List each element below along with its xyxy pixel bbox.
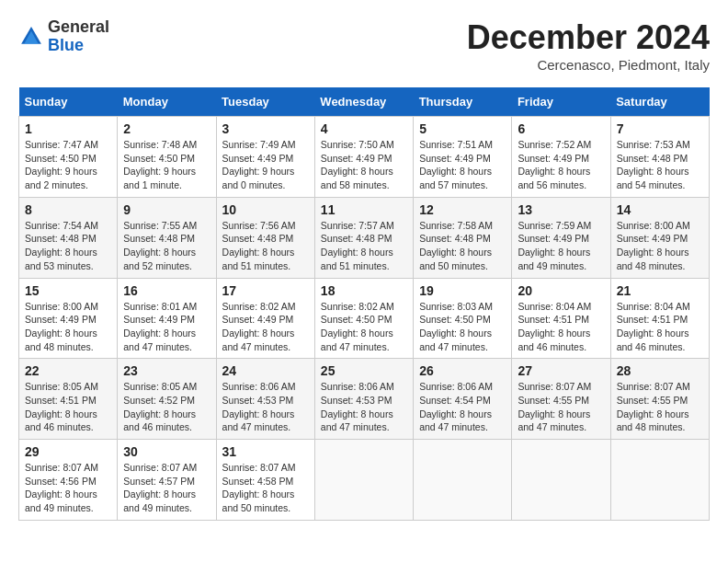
day-number: 23 bbox=[123, 363, 210, 378]
calendar-cell bbox=[512, 440, 610, 521]
calendar-cell: 4Sunrise: 7:50 AM Sunset: 4:49 PM Daylig… bbox=[314, 117, 413, 198]
day-info: Sunrise: 7:56 AM Sunset: 4:48 PM Dayligh… bbox=[222, 219, 309, 273]
day-header-saturday: Saturday bbox=[610, 87, 709, 117]
calendar-cell: 6Sunrise: 7:52 AM Sunset: 4:49 PM Daylig… bbox=[512, 117, 610, 198]
day-number: 31 bbox=[222, 444, 309, 459]
day-info: Sunrise: 8:07 AM Sunset: 4:56 PM Dayligh… bbox=[25, 461, 111, 515]
calendar-cell: 23Sunrise: 8:05 AM Sunset: 4:52 PM Dayli… bbox=[118, 359, 216, 440]
day-number: 1 bbox=[25, 121, 111, 136]
day-info: Sunrise: 8:04 AM Sunset: 4:51 PM Dayligh… bbox=[518, 300, 604, 354]
day-info: Sunrise: 8:04 AM Sunset: 4:51 PM Dayligh… bbox=[617, 300, 703, 354]
calendar-table: SundayMondayTuesdayWednesdayThursdayFrid… bbox=[18, 87, 710, 521]
day-info: Sunrise: 7:59 AM Sunset: 4:49 PM Dayligh… bbox=[518, 219, 604, 273]
day-number: 6 bbox=[518, 121, 604, 136]
day-number: 29 bbox=[25, 444, 111, 459]
calendar-cell: 17Sunrise: 8:02 AM Sunset: 4:49 PM Dayli… bbox=[216, 278, 314, 359]
calendar-cell: 29Sunrise: 8:07 AM Sunset: 4:56 PM Dayli… bbox=[19, 440, 118, 521]
day-info: Sunrise: 7:55 AM Sunset: 4:48 PM Dayligh… bbox=[123, 219, 210, 273]
day-info: Sunrise: 8:05 AM Sunset: 4:51 PM Dayligh… bbox=[25, 380, 111, 434]
location: Cercenasco, Piedmont, Italy bbox=[467, 57, 710, 73]
day-number: 8 bbox=[25, 202, 111, 217]
day-info: Sunrise: 8:07 AM Sunset: 4:55 PM Dayligh… bbox=[518, 380, 604, 434]
day-number: 14 bbox=[617, 202, 703, 217]
day-number: 20 bbox=[518, 283, 604, 298]
day-info: Sunrise: 7:48 AM Sunset: 4:50 PM Dayligh… bbox=[123, 138, 210, 192]
calendar-cell: 5Sunrise: 7:51 AM Sunset: 4:49 PM Daylig… bbox=[414, 117, 512, 198]
day-number: 12 bbox=[419, 202, 506, 217]
day-info: Sunrise: 7:51 AM Sunset: 4:49 PM Dayligh… bbox=[419, 138, 506, 192]
logo-text: General Blue bbox=[48, 18, 109, 55]
day-number: 13 bbox=[518, 202, 604, 217]
day-info: Sunrise: 8:03 AM Sunset: 4:50 PM Dayligh… bbox=[419, 300, 506, 354]
calendar-cell: 24Sunrise: 8:06 AM Sunset: 4:53 PM Dayli… bbox=[216, 359, 314, 440]
header: General Blue December 2024 Cercenasco, P… bbox=[18, 18, 710, 73]
calendar-cell: 7Sunrise: 7:53 AM Sunset: 4:48 PM Daylig… bbox=[610, 117, 709, 198]
calendar-cell: 9Sunrise: 7:55 AM Sunset: 4:48 PM Daylig… bbox=[118, 197, 216, 278]
days-header-row: SundayMondayTuesdayWednesdayThursdayFrid… bbox=[19, 87, 710, 117]
day-info: Sunrise: 8:07 AM Sunset: 4:55 PM Dayligh… bbox=[617, 380, 703, 434]
calendar-cell: 13Sunrise: 7:59 AM Sunset: 4:49 PM Dayli… bbox=[512, 197, 610, 278]
calendar-cell: 16Sunrise: 8:01 AM Sunset: 4:49 PM Dayli… bbox=[118, 278, 216, 359]
day-info: Sunrise: 8:01 AM Sunset: 4:49 PM Dayligh… bbox=[123, 300, 210, 354]
calendar-week-row: 8Sunrise: 7:54 AM Sunset: 4:48 PM Daylig… bbox=[19, 197, 710, 278]
calendar-week-row: 29Sunrise: 8:07 AM Sunset: 4:56 PM Dayli… bbox=[19, 440, 710, 521]
day-info: Sunrise: 8:02 AM Sunset: 4:50 PM Dayligh… bbox=[321, 300, 407, 354]
day-number: 28 bbox=[617, 363, 703, 378]
day-number: 18 bbox=[321, 283, 407, 298]
day-info: Sunrise: 7:53 AM Sunset: 4:48 PM Dayligh… bbox=[617, 138, 703, 192]
calendar-cell: 11Sunrise: 7:57 AM Sunset: 4:48 PM Dayli… bbox=[314, 197, 413, 278]
logo: General Blue bbox=[18, 18, 109, 55]
day-info: Sunrise: 7:47 AM Sunset: 4:50 PM Dayligh… bbox=[25, 138, 111, 192]
calendar-cell: 19Sunrise: 8:03 AM Sunset: 4:50 PM Dayli… bbox=[414, 278, 512, 359]
day-info: Sunrise: 8:07 AM Sunset: 4:57 PM Dayligh… bbox=[123, 461, 210, 515]
day-number: 22 bbox=[25, 363, 111, 378]
month-title: December 2024 bbox=[467, 18, 710, 57]
day-number: 25 bbox=[321, 363, 407, 378]
day-info: Sunrise: 8:06 AM Sunset: 4:53 PM Dayligh… bbox=[222, 380, 309, 434]
calendar-week-row: 1Sunrise: 7:47 AM Sunset: 4:50 PM Daylig… bbox=[19, 117, 710, 198]
calendar-cell: 27Sunrise: 8:07 AM Sunset: 4:55 PM Dayli… bbox=[512, 359, 610, 440]
day-number: 10 bbox=[222, 202, 309, 217]
calendar-cell: 10Sunrise: 7:56 AM Sunset: 4:48 PM Dayli… bbox=[216, 197, 314, 278]
day-info: Sunrise: 8:05 AM Sunset: 4:52 PM Dayligh… bbox=[123, 380, 210, 434]
calendar-cell: 26Sunrise: 8:06 AM Sunset: 4:54 PM Dayli… bbox=[414, 359, 512, 440]
calendar-cell: 31Sunrise: 8:07 AM Sunset: 4:58 PM Dayli… bbox=[216, 440, 314, 521]
calendar-cell bbox=[610, 440, 709, 521]
day-number: 27 bbox=[518, 363, 604, 378]
calendar-cell: 30Sunrise: 8:07 AM Sunset: 4:57 PM Dayli… bbox=[118, 440, 216, 521]
calendar-cell: 18Sunrise: 8:02 AM Sunset: 4:50 PM Dayli… bbox=[314, 278, 413, 359]
calendar-week-row: 15Sunrise: 8:00 AM Sunset: 4:49 PM Dayli… bbox=[19, 278, 710, 359]
day-info: Sunrise: 8:02 AM Sunset: 4:49 PM Dayligh… bbox=[222, 300, 309, 354]
day-header-tuesday: Tuesday bbox=[216, 87, 314, 117]
title-area: December 2024 Cercenasco, Piedmont, Ital… bbox=[467, 18, 710, 73]
day-number: 15 bbox=[25, 283, 111, 298]
calendar-cell bbox=[314, 440, 413, 521]
day-number: 16 bbox=[123, 283, 210, 298]
calendar-cell: 8Sunrise: 7:54 AM Sunset: 4:48 PM Daylig… bbox=[19, 197, 118, 278]
calendar-week-row: 22Sunrise: 8:05 AM Sunset: 4:51 PM Dayli… bbox=[19, 359, 710, 440]
calendar-cell: 3Sunrise: 7:49 AM Sunset: 4:49 PM Daylig… bbox=[216, 117, 314, 198]
day-number: 26 bbox=[419, 363, 506, 378]
day-info: Sunrise: 8:07 AM Sunset: 4:58 PM Dayligh… bbox=[222, 461, 309, 515]
day-info: Sunrise: 8:00 AM Sunset: 4:49 PM Dayligh… bbox=[25, 300, 111, 354]
day-number: 30 bbox=[123, 444, 210, 459]
calendar-cell: 22Sunrise: 8:05 AM Sunset: 4:51 PM Dayli… bbox=[19, 359, 118, 440]
day-info: Sunrise: 7:57 AM Sunset: 4:48 PM Dayligh… bbox=[321, 219, 407, 273]
day-header-friday: Friday bbox=[512, 87, 610, 117]
day-info: Sunrise: 7:52 AM Sunset: 4:49 PM Dayligh… bbox=[518, 138, 604, 192]
day-header-monday: Monday bbox=[118, 87, 216, 117]
day-info: Sunrise: 7:50 AM Sunset: 4:49 PM Dayligh… bbox=[321, 138, 407, 192]
calendar-cell: 1Sunrise: 7:47 AM Sunset: 4:50 PM Daylig… bbox=[19, 117, 118, 198]
day-info: Sunrise: 8:00 AM Sunset: 4:49 PM Dayligh… bbox=[617, 219, 703, 273]
day-header-wednesday: Wednesday bbox=[314, 87, 413, 117]
calendar-cell: 21Sunrise: 8:04 AM Sunset: 4:51 PM Dayli… bbox=[610, 278, 709, 359]
day-number: 9 bbox=[123, 202, 210, 217]
day-number: 11 bbox=[321, 202, 407, 217]
calendar-cell: 12Sunrise: 7:58 AM Sunset: 4:48 PM Dayli… bbox=[414, 197, 512, 278]
calendar-cell: 14Sunrise: 8:00 AM Sunset: 4:49 PM Dayli… bbox=[610, 197, 709, 278]
calendar-cell: 20Sunrise: 8:04 AM Sunset: 4:51 PM Dayli… bbox=[512, 278, 610, 359]
day-number: 2 bbox=[123, 121, 210, 136]
day-number: 19 bbox=[419, 283, 506, 298]
logo-icon bbox=[18, 24, 44, 50]
calendar-cell bbox=[414, 440, 512, 521]
